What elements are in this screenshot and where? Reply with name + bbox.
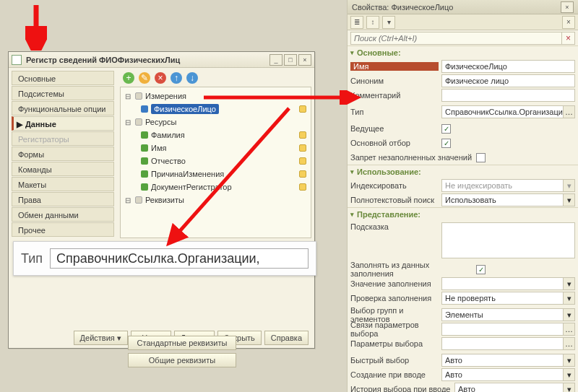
dropdown-icon[interactable]: ▾ — [563, 292, 574, 304]
sidebar-item-rights[interactable]: Права — [12, 192, 114, 206]
mainfilter-checkbox[interactable]: ✓ — [441, 139, 451, 148]
sidebar-item-subsystems[interactable]: Подсистемы — [12, 86, 114, 100]
register-window: Регистр сведений ФИОФизическихЛиц _ □ × … — [8, 51, 315, 349]
drag-handle-icon[interactable] — [299, 144, 306, 152]
prop-name-value[interactable]: ФизическоеЛицо — [441, 60, 575, 73]
drag-handle-icon[interactable] — [299, 105, 306, 113]
sidebar-item-commands[interactable]: Команды — [12, 162, 114, 176]
add-icon[interactable]: + — [123, 72, 134, 84]
drag-handle-icon[interactable] — [299, 157, 306, 165]
dropdown-icon[interactable]: ▾ — [563, 383, 574, 392]
tree-node-attributes[interactable]: Реквизиты — [145, 196, 184, 204]
prop-hint-key: Подсказка — [350, 222, 439, 231]
prop-comment-key: Комментарий — [350, 91, 439, 100]
tree-node-dimensions[interactable]: Измерения — [145, 92, 186, 100]
move-down-icon[interactable]: ↓ — [186, 72, 198, 84]
open-dialog-icon[interactable]: … — [563, 338, 574, 349]
prop-index-value[interactable]: Не индексировать▾ — [441, 179, 575, 192]
prop-param-key: Параметры выбора — [350, 339, 439, 348]
close-panel-icon[interactable]: × — [562, 16, 575, 29]
prop-filldata-key: Заполнять из данных заполнения — [350, 261, 473, 278]
prop-fulltext-value[interactable]: Использовать▾ — [441, 193, 575, 206]
leading-checkbox[interactable]: ✓ — [441, 124, 451, 134]
sidebar-item-exchange[interactable]: Обмен данными — [12, 207, 114, 222]
filldata-checkbox[interactable]: ✓ — [476, 265, 486, 274]
sidebar-item-funcopt[interactable]: Функциональные опции — [12, 101, 114, 116]
tree-leaf-person[interactable]: ФизическоеЛицо — [151, 104, 219, 114]
sidebar-item-registrars: Регистраторы — [12, 131, 114, 146]
properties-panel: Свойства: ФизическоеЛицо × ≣ ↕ ▾ × × ▾Ос… — [347, 0, 578, 392]
tree-leaf[interactable]: ПричинаИзменения — [151, 170, 224, 178]
prop-synonym-value[interactable]: Физическое лицо — [441, 74, 575, 87]
sort-icon[interactable]: ↕ — [366, 16, 379, 29]
sidebar-item-forms[interactable]: Формы — [12, 147, 114, 161]
prop-fulltext-key: Полнотекстовый поиск — [350, 196, 439, 204]
delete-icon[interactable]: × — [155, 72, 166, 84]
open-dialog-icon[interactable]: … — [563, 323, 574, 335]
noempty-checkbox[interactable] — [476, 153, 486, 162]
prop-check-value[interactable]: Не проверять▾ — [441, 292, 575, 305]
prop-quick-key: Быстрый выбор — [350, 356, 439, 365]
prop-quick-value[interactable]: Авто▾ — [441, 354, 575, 367]
prop-name-key: Имя — [350, 62, 439, 71]
section-main[interactable]: ▾Основные: — [348, 46, 578, 59]
properties-toolbar: ≣ ↕ ▾ × — [348, 14, 578, 30]
sidebar-item-other[interactable]: Прочее — [12, 222, 114, 237]
drag-handle-icon[interactable] — [299, 131, 306, 139]
drag-handle-icon[interactable] — [299, 183, 306, 191]
prop-hint-value[interactable] — [441, 222, 575, 258]
tree-leaf[interactable]: Имя — [151, 144, 166, 152]
tree-leaf[interactable]: ДокументРегистратор — [151, 183, 232, 191]
properties-title-text: Свойства: ФизическоеЛицо — [352, 3, 453, 12]
zoom-value: СправочникСсылка.Организации, — [50, 248, 309, 269]
prop-create-value[interactable]: Авто▾ — [441, 368, 575, 381]
open-type-dialog-icon[interactable]: … — [563, 106, 574, 118]
tree-area[interactable]: ⊟Измерения ФизическоеЛицо ⊟Ресурсы Фамил… — [120, 87, 311, 238]
registry-icon — [12, 55, 22, 65]
prop-check-key: Проверка заполнения — [350, 294, 439, 302]
maximize-button[interactable]: □ — [284, 54, 297, 66]
prop-paramlink-value[interactable]: … — [441, 323, 575, 336]
actions-button[interactable]: Действия ▾ — [74, 331, 128, 345]
common-attrs-button[interactable]: Общие реквизиты — [128, 353, 236, 367]
move-up-icon[interactable]: ↑ — [171, 72, 182, 84]
dropdown-icon[interactable]: ▾ — [563, 194, 574, 206]
red-arrow-down-icon — [25, 4, 47, 51]
categorize-icon[interactable]: ≣ — [350, 16, 363, 29]
filter-icon[interactable]: ▾ — [382, 16, 395, 29]
prop-fillval-value[interactable]: ▾ — [441, 277, 575, 290]
close-button[interactable]: × — [298, 54, 311, 66]
prop-synonym-key: Синоним — [350, 77, 439, 85]
dropdown-icon[interactable]: ▾ — [563, 180, 574, 191]
minimize-button[interactable]: _ — [269, 54, 282, 66]
prop-index-key: Индексировать — [350, 181, 439, 190]
tree-leaf[interactable]: Фамилия — [151, 131, 185, 139]
standard-attrs-button[interactable]: Стандартные реквизиты — [128, 336, 236, 350]
dropdown-icon[interactable]: ▾ — [563, 369, 574, 380]
dropdown-icon[interactable]: ▾ — [563, 309, 574, 321]
prop-history-key: История выбора при вводе — [350, 385, 452, 392]
register-titlebar[interactable]: Регистр сведений ФИОФизическихЛиц _ □ × — [9, 52, 314, 68]
drag-handle-icon[interactable] — [299, 170, 306, 178]
pin-icon[interactable]: × — [561, 1, 574, 13]
prop-groupsel-value[interactable]: Элементы▾ — [441, 308, 575, 321]
dropdown-icon[interactable]: ▾ — [563, 354, 574, 366]
tree-node-resources[interactable]: Ресурсы — [145, 118, 176, 126]
tree-leaf[interactable]: Отчество — [151, 157, 186, 165]
section-usage[interactable]: ▾Использование: — [348, 165, 578, 178]
help-button[interactable]: Справка — [264, 331, 309, 345]
prop-history-value[interactable]: Авто▾ — [454, 383, 575, 392]
sidebar-item-layouts[interactable]: Макеты — [12, 177, 114, 191]
search-input[interactable] — [350, 32, 562, 45]
clear-search-icon[interactable]: × — [562, 32, 575, 45]
prop-comment-value[interactable] — [441, 89, 575, 102]
edit-icon[interactable]: ✎ — [139, 72, 150, 84]
prop-fillval-key: Значение заполнения — [350, 279, 439, 288]
prop-param-value[interactable]: … — [441, 337, 575, 350]
prop-type-value[interactable]: СправочникСсылка.Организации, Справочник… — [441, 105, 575, 118]
section-presentation[interactable]: ▾Представление: — [348, 208, 578, 221]
properties-titlebar: Свойства: ФизическоеЛицо × — [348, 0, 578, 14]
sidebar-item-data[interactable]: ▶Данные — [12, 116, 114, 131]
sidebar-item-main[interactable]: Основные — [12, 71, 114, 85]
dropdown-icon[interactable]: ▾ — [563, 278, 574, 289]
